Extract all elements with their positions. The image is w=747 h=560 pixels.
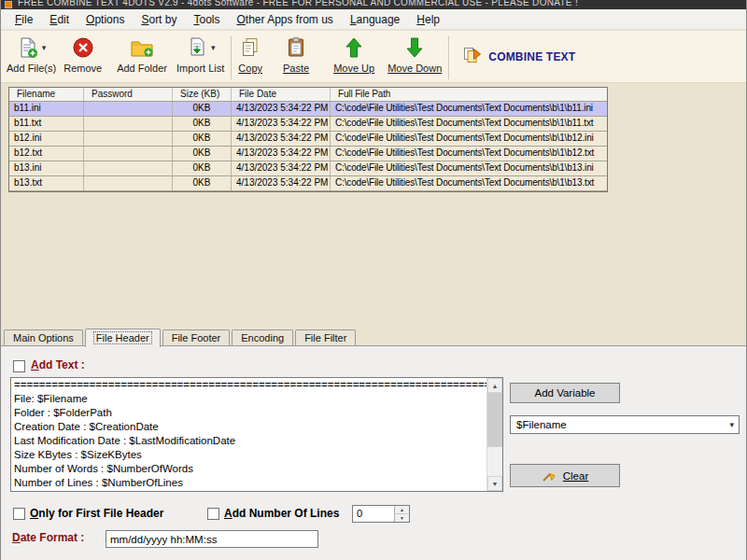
menu-file[interactable]: File [7, 10, 41, 29]
table-row[interactable]: b13.txt0KB4/13/2023 5:34:22 PMC:\code\Fi… [9, 176, 607, 191]
file-table-body: b11.ini0KB4/13/2023 5:34:22 PMC:\code\Fi… [9, 102, 607, 191]
cell-filename: b12.ini [9, 132, 84, 146]
menu-bar: File Edit Options Sort by Tools Other Ap… [1, 9, 746, 30]
import-list-dropdown-arrow[interactable]: ▾ [211, 43, 216, 52]
import-list-button[interactable]: ▾ Import List [176, 34, 224, 74]
cell-size: 0KB [173, 147, 232, 161]
cell-date: 4/13/2023 5:34:22 PM [232, 161, 331, 175]
copy-icon [239, 36, 261, 59]
cell-password [84, 176, 173, 190]
header-text-area[interactable]: ========================================… [10, 377, 503, 492]
cell-password [84, 161, 173, 175]
menu-tools[interactable]: Tools [185, 10, 228, 29]
table-row[interactable]: b13.ini0KB4/13/2023 5:34:22 PMC:\code\Fi… [9, 161, 607, 176]
vertical-scrollbar[interactable]: ▲ ▼ [486, 378, 502, 491]
cell-filename: b13.txt [9, 176, 84, 190]
move-up-button[interactable]: Move Up [333, 34, 374, 74]
only-first-header-label[interactable]: Only for First File Header [30, 507, 163, 520]
cell-size: 0KB [173, 176, 232, 190]
column-header-size[interactable]: Size (KB) [173, 88, 232, 101]
cell-size: 0KB [173, 161, 232, 175]
add-folder-button[interactable]: Add Folder [117, 34, 167, 74]
cell-path: C:\code\File Utilities\Test Documents\Te… [331, 147, 607, 161]
add-folder-label: Add Folder [117, 63, 167, 74]
cell-date: 4/13/2023 5:34:22 PM [232, 176, 331, 190]
cell-password [84, 117, 173, 131]
number-of-lines-spinner[interactable]: 0 ▲ ▼ [352, 505, 410, 523]
variable-combobox[interactable]: $Filename ▾ [510, 415, 740, 434]
tab-file-filter[interactable]: File Filter [295, 329, 356, 346]
title-bar: FREE COMBINE TEXT 4DOTS V2.9 - 4dots Sof… [1, 0, 746, 9]
app-icon [5, 1, 12, 8]
toolbar: ▾ Add File(s) Remove Add Folder [1, 31, 746, 83]
add-variable-button[interactable]: Add Variable [510, 383, 620, 403]
remove-icon [72, 36, 94, 59]
combine-text-label: COMBINE TEXT [488, 50, 575, 63]
combine-text-button[interactable]: COMBINE TEXT [463, 34, 575, 80]
table-row[interactable]: b12.ini0KB4/13/2023 5:34:22 PMC:\code\Fi… [9, 132, 607, 147]
header-text-content[interactable]: ========================================… [11, 378, 486, 491]
cell-path: C:\code\File Utilities\Test Documents\Te… [331, 102, 607, 116]
move-up-icon [344, 36, 364, 59]
remove-label: Remove [63, 63, 102, 74]
cell-date: 4/13/2023 5:34:22 PM [232, 147, 331, 161]
paste-icon [285, 36, 307, 59]
menu-sort-by[interactable]: Sort by [133, 10, 185, 29]
date-format-input[interactable] [106, 530, 318, 548]
column-header-file-date[interactable]: File Date [232, 88, 331, 101]
tab-encoding[interactable]: Encoding [232, 329, 293, 346]
scroll-up-button[interactable]: ▲ [487, 378, 502, 393]
add-files-dropdown-arrow[interactable]: ▾ [42, 43, 47, 52]
spinner-value[interactable]: 0 [353, 506, 394, 522]
remove-button[interactable]: Remove [63, 34, 102, 74]
copy-label: Copy [238, 63, 262, 74]
cell-date: 4/13/2023 5:34:22 PM [232, 102, 331, 116]
add-text-label[interactable]: Add Text : [31, 358, 85, 371]
move-up-label: Move Up [333, 63, 374, 74]
spinner-up-button[interactable]: ▲ [395, 506, 409, 514]
scroll-track[interactable] [487, 393, 502, 476]
import-list-label: Import List [176, 63, 224, 74]
cell-date: 4/13/2023 5:34:22 PM [232, 132, 331, 146]
combobox-arrow-icon[interactable]: ▾ [725, 420, 739, 429]
only-first-header-checkbox[interactable] [13, 508, 25, 520]
tab-file-header[interactable]: File Header [85, 329, 161, 347]
table-row[interactable]: b11.txt0KB4/13/2023 5:34:22 PMC:\code\Fi… [9, 117, 607, 132]
menu-help[interactable]: Help [408, 10, 448, 29]
broom-icon [542, 468, 557, 484]
cell-filename: b11.txt [9, 117, 84, 131]
move-down-label: Move Down [388, 63, 442, 74]
column-header-filename[interactable]: Filename [9, 88, 84, 101]
clear-button[interactable]: Clear [510, 464, 620, 487]
add-files-label: Add File(s) [7, 63, 56, 74]
add-variable-label: Add Variable [535, 387, 596, 399]
column-header-password[interactable]: Password [84, 88, 173, 101]
tab-file-footer[interactable]: File Footer [162, 329, 231, 346]
spinner-down-button[interactable]: ▼ [395, 514, 409, 522]
add-text-checkbox[interactable] [13, 360, 25, 372]
table-row[interactable]: b12.txt0KB4/13/2023 5:34:22 PMC:\code\Fi… [9, 147, 607, 161]
toolbar-separator [448, 36, 449, 79]
scroll-thumb[interactable] [487, 393, 502, 447]
menu-options[interactable]: Options [78, 10, 133, 29]
add-files-button[interactable]: ▾ Add File(s) [7, 34, 56, 74]
tab-main-options[interactable]: Main Options [4, 329, 83, 346]
copy-button[interactable]: Copy [238, 34, 262, 74]
table-row[interactable]: b11.ini0KB4/13/2023 5:34:22 PMC:\code\Fi… [9, 102, 607, 117]
cell-filename: b13.ini [9, 161, 84, 175]
menu-language[interactable]: Language [342, 10, 408, 29]
menu-other-apps[interactable]: Other Apps from us [228, 10, 341, 29]
column-header-full-path[interactable]: Full File Path [331, 88, 607, 101]
paste-button[interactable]: Paste [283, 34, 309, 74]
toolbar-separator [231, 36, 232, 79]
scroll-down-button[interactable]: ▼ [487, 476, 502, 491]
add-number-of-lines-label[interactable]: Add Number Of Lines [224, 507, 339, 520]
cell-path: C:\code\File Utilities\Test Documents\Te… [331, 161, 607, 175]
app-window: FREE COMBINE TEXT 4DOTS V2.9 - 4dots Sof… [0, 0, 747, 560]
menu-edit[interactable]: Edit [41, 10, 78, 29]
add-number-of-lines-checkbox[interactable] [207, 508, 219, 520]
clear-label: Clear [563, 470, 588, 482]
move-down-button[interactable]: Move Down [388, 34, 442, 74]
cell-date: 4/13/2023 5:34:22 PM [232, 117, 331, 131]
table-header: Filename Password Size (KB) File Date Fu… [9, 88, 607, 102]
